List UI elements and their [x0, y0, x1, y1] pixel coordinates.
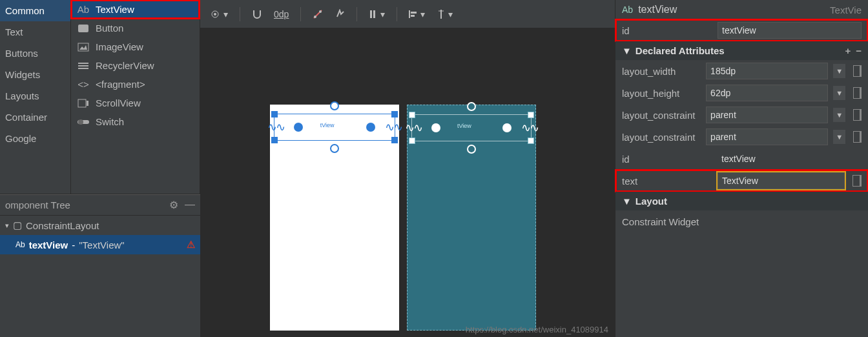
design-surface[interactable]: ∿∿ ∿∿ tView: [270, 105, 399, 331]
remove-attr-icon[interactable]: −: [856, 45, 862, 56]
attr-id-input[interactable]: [718, 22, 862, 39]
palette-item-textview[interactable]: Ab TextView: [71, 0, 200, 19]
tree-child-id: textView: [29, 240, 68, 250]
align-dropdown[interactable]: ▾: [409, 9, 425, 19]
resource-picker-icon[interactable]: [853, 131, 862, 143]
clear-constraints-icon[interactable]: [313, 9, 323, 19]
attr-id-row: id: [615, 19, 868, 41]
category-google[interactable]: Google: [0, 128, 70, 149]
palette-item-label: Switch: [96, 116, 124, 127]
textview-icon: Ab: [16, 240, 25, 249]
category-text[interactable]: Text: [0, 21, 70, 43]
svg-rect-6: [78, 99, 86, 107]
svg-point-11: [214, 13, 216, 15]
tree-root-label: ConstraintLayout: [26, 220, 99, 231]
palette-item-label: RecyclerView: [96, 60, 154, 71]
attr-name: layout_height: [622, 88, 701, 99]
attr-value-input[interactable]: [706, 128, 828, 145]
add-attr-icon[interactable]: +: [845, 45, 851, 56]
anchor-bottom[interactable]: [467, 145, 476, 154]
attr-name: layout_constraint: [622, 110, 701, 121]
pack-dropdown[interactable]: ▾: [369, 9, 385, 19]
resize-handle[interactable]: [528, 112, 534, 118]
attr-row-id: id textView: [615, 148, 868, 170]
palette-item-label: TextView: [96, 4, 134, 15]
resource-picker-icon[interactable]: [853, 65, 862, 77]
view-mode-dropdown[interactable]: ▾: [209, 9, 228, 19]
attr-value-input[interactable]: [706, 107, 828, 123]
resize-handle[interactable]: [271, 137, 278, 143]
recyclerview-icon: [78, 61, 89, 70]
category-common[interactable]: Common: [0, 0, 70, 21]
attr-row-layout-height: layout_height ▼: [615, 82, 868, 104]
button-icon: [78, 24, 89, 33]
switch-icon: [78, 117, 89, 127]
category-layouts[interactable]: Layouts: [0, 85, 70, 107]
resource-picker-icon[interactable]: [852, 175, 862, 187]
resource-picker-icon[interactable]: [853, 109, 862, 121]
selected-view[interactable]: tView: [274, 114, 395, 141]
guidelines-dropdown[interactable]: ▾: [437, 9, 453, 19]
category-containers[interactable]: Container: [0, 107, 70, 128]
design-toolbar: ▾ 0dp ▾ ▾ ▾: [200, 0, 615, 28]
resize-handle[interactable]: [409, 138, 415, 144]
section-layout[interactable]: ▼ Layout: [615, 192, 868, 210]
svg-marker-2: [79, 45, 87, 50]
gear-icon[interactable]: ⚙: [169, 199, 178, 211]
svg-rect-17: [411, 12, 417, 14]
svg-point-9: [78, 119, 83, 125]
palette-item-fragment[interactable]: <> <fragment>: [71, 75, 200, 94]
svg-rect-14: [370, 10, 372, 18]
dropdown-icon[interactable]: ▼: [833, 108, 845, 122]
tree-root-constraintlayout[interactable]: ▾ ▢ ConstraintLayout: [0, 216, 200, 235]
resize-handle[interactable]: [271, 111, 278, 117]
anchor-right[interactable]: [366, 123, 375, 132]
anchor-right[interactable]: [502, 123, 512, 132]
attributes-header: Ab textView TextVie: [615, 0, 868, 19]
attr-value-input[interactable]: [706, 63, 828, 79]
default-margin[interactable]: 0dp: [274, 9, 289, 19]
attr-value-input[interactable]: [706, 85, 828, 101]
palette-item-imageview[interactable]: ImageView: [71, 37, 200, 56]
chevron-down-icon: ▼: [622, 196, 632, 207]
attr-row-layout-width: layout_width ▼: [615, 60, 868, 82]
blueprint-surface[interactable]: ∿∿ ∿∿ tView: [407, 105, 536, 331]
anchor-left[interactable]: [431, 123, 440, 132]
palette-item-button[interactable]: Button: [71, 19, 200, 37]
resize-handle[interactable]: [391, 111, 398, 117]
resource-picker-icon[interactable]: [853, 87, 862, 99]
design-canvas[interactable]: ∿∿ ∿∿ tView ∿∿ ∿∿ tView: [200, 28, 615, 337]
attr-text-input[interactable]: [718, 172, 845, 189]
anchor-bottom[interactable]: [330, 144, 339, 153]
tree-child-text: "TextView": [79, 240, 124, 250]
anchor-top[interactable]: [467, 102, 476, 111]
magnet-icon[interactable]: [252, 9, 262, 19]
selected-view-blueprint[interactable]: tView: [411, 114, 532, 141]
textview-preview-label: tView: [320, 122, 335, 128]
category-widgets[interactable]: Widgets: [0, 64, 70, 85]
textview-icon: Ab: [78, 5, 89, 14]
resize-handle[interactable]: [528, 138, 534, 144]
warning-icon[interactable]: ⚠: [187, 239, 195, 250]
tree-child-textview[interactable]: Ab textView - "TextView" ⚠: [0, 235, 200, 254]
attributes-panel: Ab textView TextVie id ▼ Declared Attrib…: [615, 0, 868, 337]
selected-view-class: TextVie: [830, 5, 862, 15]
palette-item-switch[interactable]: Switch: [71, 112, 200, 131]
resize-handle[interactable]: [391, 137, 398, 143]
dropdown-icon[interactable]: ▼: [833, 130, 845, 144]
textview-preview-label: tView: [457, 123, 471, 129]
resize-handle[interactable]: [409, 112, 415, 118]
anchor-top[interactable]: [330, 101, 339, 110]
svg-point-13: [319, 10, 322, 13]
palette-item-recyclerview[interactable]: RecyclerView: [71, 56, 200, 75]
selected-view-name: textView: [638, 4, 677, 15]
attr-name: text: [622, 176, 712, 187]
category-buttons[interactable]: Buttons: [0, 43, 70, 64]
anchor-left[interactable]: [294, 123, 303, 132]
infer-constraints-icon[interactable]: [335, 9, 345, 19]
collapse-icon[interactable]: —: [185, 199, 195, 211]
palette-item-scrollview[interactable]: ScrollView: [71, 94, 200, 112]
dropdown-icon[interactable]: ▼: [833, 86, 845, 100]
dropdown-icon[interactable]: ▼: [833, 64, 845, 78]
section-declared-attributes[interactable]: ▼ Declared Attributes + −: [615, 41, 868, 60]
